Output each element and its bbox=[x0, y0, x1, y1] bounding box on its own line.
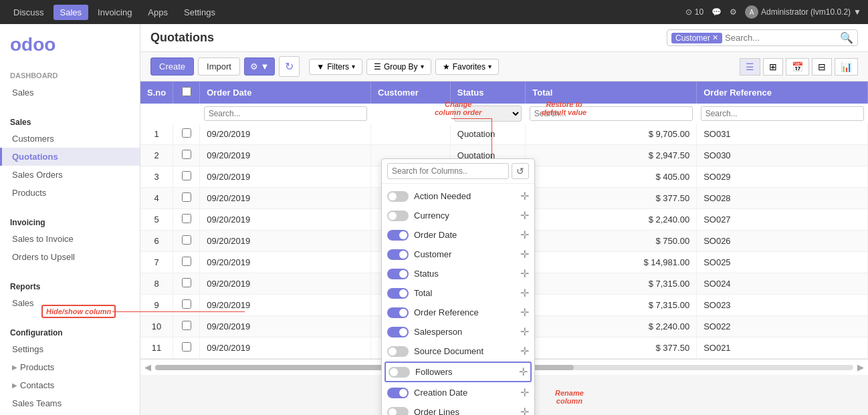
column-picker-item[interactable]: Followers ✛ bbox=[385, 362, 532, 382]
sidebar-item-sales-orders[interactable]: Sales Orders bbox=[0, 166, 140, 184]
calendar-view-button[interactable]: 📅 bbox=[786, 58, 809, 76]
search-tag-close[interactable]: ✕ bbox=[712, 33, 718, 42]
cell-total: $ 377.50 bbox=[526, 337, 697, 359]
column-picker-item[interactable]: Salesperson ✛ bbox=[382, 322, 534, 341]
search-button[interactable]: 🔍 bbox=[840, 31, 853, 44]
search-ref-input[interactable] bbox=[701, 106, 864, 121]
column-picker-item[interactable]: Currency ✛ bbox=[382, 206, 534, 225]
row-checkbox[interactable] bbox=[182, 171, 191, 180]
expand-icon-contacts: ▶ bbox=[12, 382, 17, 389]
column-picker-item[interactable]: Order Date ✛ bbox=[382, 225, 534, 245]
drag-handle[interactable]: ✛ bbox=[520, 267, 529, 280]
sidebar-item-config-contacts[interactable]: ▶ Contacts bbox=[0, 376, 140, 394]
column-picker-item[interactable]: Creation Date ✛ bbox=[382, 383, 534, 402]
column-label: Order Reference bbox=[414, 307, 515, 317]
column-picker-item[interactable]: Customer ✛ bbox=[382, 245, 534, 264]
list-view-button[interactable]: ☰ bbox=[740, 58, 760, 76]
drag-handle[interactable]: ✛ bbox=[520, 386, 529, 399]
favorites-button[interactable]: ★ Favorites ▾ bbox=[435, 59, 499, 75]
select-all-checkbox[interactable] bbox=[182, 87, 191, 96]
sidebar-item-products[interactable]: Products bbox=[0, 184, 140, 202]
chat-icon[interactable]: 💬 bbox=[712, 7, 722, 17]
cell-sno: 3 bbox=[140, 166, 173, 188]
row-checkbox[interactable] bbox=[182, 235, 191, 245]
row-checkbox[interactable] bbox=[182, 257, 191, 266]
row-checkbox[interactable] bbox=[182, 192, 191, 202]
column-picker-item[interactable]: Status ✛ bbox=[382, 264, 534, 283]
column-picker-item[interactable]: Order Lines ✛ bbox=[382, 402, 534, 415]
status-filter-select[interactable] bbox=[454, 106, 521, 122]
row-checkbox[interactable] bbox=[182, 278, 191, 287]
column-toggle[interactable] bbox=[387, 249, 409, 260]
column-search-input[interactable] bbox=[387, 163, 509, 179]
drag-handle[interactable]: ✛ bbox=[520, 325, 529, 338]
scroll-left-icon[interactable]: ◀ bbox=[140, 362, 155, 372]
settings-button[interactable]: ⚙ ▼ bbox=[244, 57, 275, 76]
column-toggle[interactable] bbox=[389, 367, 410, 378]
nav-discuss[interactable]: Discuss bbox=[7, 5, 51, 20]
group-by-button[interactable]: ☰ Group By ▾ bbox=[366, 59, 431, 75]
kanban-view-button[interactable]: ⊞ bbox=[763, 58, 783, 76]
sidebar-item-quotations[interactable]: Quotations bbox=[0, 148, 140, 166]
admin-label[interactable]: A Administrator (lvm10.0.2) ▼ bbox=[745, 5, 861, 19]
column-picker-item[interactable]: Total ✛ bbox=[382, 283, 534, 303]
refresh-button[interactable]: ↻ bbox=[279, 56, 300, 77]
sidebar-item-sales-dashboard[interactable]: Sales bbox=[0, 84, 140, 102]
drag-handle[interactable]: ✛ bbox=[520, 190, 529, 202]
sidebar-item-config-products[interactable]: ▶ Products bbox=[0, 358, 140, 376]
row-checkbox[interactable] bbox=[182, 342, 191, 352]
search-total-input[interactable] bbox=[530, 106, 693, 121]
sidebar-item-sales-to-invoice[interactable]: Sales to Invoice bbox=[0, 230, 140, 248]
column-picker-item[interactable]: Action Needed ✛ bbox=[382, 186, 534, 206]
cell-total: $ 377.50 bbox=[526, 188, 697, 209]
row-checkbox[interactable] bbox=[182, 299, 191, 309]
cell-date: 09/20/2019 bbox=[200, 145, 371, 166]
admin-dropdown-icon[interactable]: ▼ bbox=[853, 7, 861, 17]
search-tag-customer[interactable]: Customer ✕ bbox=[671, 33, 722, 43]
sidebar-item-reports-sales[interactable]: Sales bbox=[0, 294, 140, 312]
drag-handle[interactable]: ✛ bbox=[520, 229, 529, 241]
row-checkbox[interactable] bbox=[182, 214, 191, 223]
column-toggle[interactable] bbox=[387, 191, 409, 202]
column-picker-item[interactable]: Source Document ✛ bbox=[382, 341, 534, 361]
sidebar-item-config-settings[interactable]: Settings bbox=[0, 340, 140, 358]
drag-handle[interactable]: ✛ bbox=[520, 248, 529, 261]
column-picker-item[interactable]: Order Reference ✛ bbox=[382, 303, 534, 322]
row-checkbox[interactable] bbox=[182, 150, 191, 159]
notification-count[interactable]: ⊙ 10 bbox=[685, 7, 703, 17]
column-toggle[interactable] bbox=[387, 388, 409, 398]
drag-handle[interactable]: ✛ bbox=[520, 209, 529, 222]
search-date-input[interactable] bbox=[204, 106, 367, 121]
column-toggle[interactable] bbox=[387, 307, 409, 318]
graph-view-button[interactable]: 📊 bbox=[835, 58, 858, 76]
column-toggle[interactable] bbox=[387, 288, 409, 299]
activity-icon[interactable]: ⚙ bbox=[730, 7, 737, 17]
scroll-right-icon[interactable]: ▶ bbox=[853, 362, 868, 372]
column-toggle[interactable] bbox=[387, 230, 409, 241]
import-button[interactable]: Import bbox=[198, 57, 240, 76]
drag-handle[interactable]: ✛ bbox=[520, 287, 529, 299]
drag-handle[interactable]: ✛ bbox=[519, 366, 528, 378]
nav-invoicing[interactable]: Invoicing bbox=[91, 5, 138, 20]
nav-sales[interactable]: Sales bbox=[53, 5, 89, 20]
column-toggle[interactable] bbox=[387, 407, 409, 416]
drag-handle[interactable]: ✛ bbox=[520, 306, 529, 319]
search-input[interactable] bbox=[725, 33, 837, 43]
sidebar-item-sales-teams[interactable]: Sales Teams bbox=[0, 394, 140, 412]
create-button[interactable]: Create bbox=[150, 57, 194, 76]
sidebar-item-orders-to-upsell[interactable]: Orders to Upsell bbox=[0, 248, 140, 266]
row-checkbox[interactable] bbox=[182, 128, 191, 138]
drag-handle[interactable]: ✛ bbox=[520, 345, 529, 358]
pivot-view-button[interactable]: ⊟ bbox=[812, 58, 832, 76]
row-checkbox[interactable] bbox=[182, 321, 191, 330]
drag-handle[interactable]: ✛ bbox=[520, 406, 529, 415]
column-picker-reset-button[interactable]: ↺ bbox=[512, 163, 529, 179]
sidebar-item-customers[interactable]: Customers bbox=[0, 130, 140, 148]
nav-apps[interactable]: Apps bbox=[141, 5, 175, 20]
nav-settings[interactable]: Settings bbox=[177, 5, 222, 20]
column-toggle[interactable] bbox=[387, 327, 409, 337]
column-toggle[interactable] bbox=[387, 346, 409, 357]
column-toggle[interactable] bbox=[387, 269, 409, 279]
column-toggle[interactable] bbox=[387, 211, 409, 221]
filters-button[interactable]: ▼ Filters ▾ bbox=[309, 59, 362, 75]
